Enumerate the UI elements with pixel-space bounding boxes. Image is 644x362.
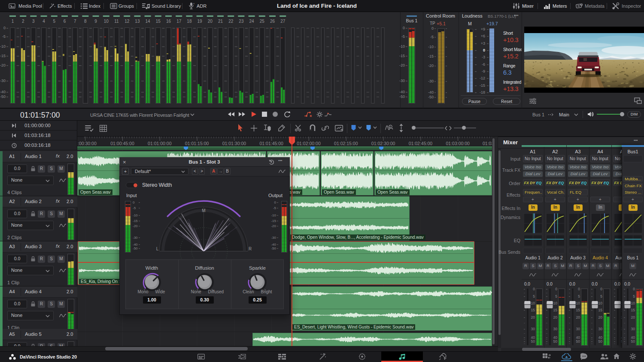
- svg-text:-40: -40: [0, 90, 6, 94]
- svg-text:30: 30: [598, 327, 603, 331]
- svg-text:0: 0: [633, 287, 635, 291]
- svg-text:15: 15: [631, 308, 635, 312]
- svg-text:-15: -15: [399, 54, 405, 58]
- svg-text:20: 20: [598, 315, 603, 319]
- svg-text:0: 0: [533, 287, 535, 291]
- svg-text:15: 15: [553, 308, 558, 312]
- svg-text:-15: -15: [0, 54, 6, 58]
- svg-text:M: M: [202, 208, 205, 213]
- svg-text:-50: -50: [399, 94, 405, 99]
- svg-text:-12: -12: [480, 76, 485, 80]
- svg-text:+3: +3: [481, 41, 485, 46]
- svg-text:5: 5: [555, 294, 557, 298]
- svg-text:0: 0: [3, 26, 6, 30]
- svg-text:10: 10: [531, 301, 535, 305]
- svg-text:-10: -10: [428, 45, 434, 49]
- svg-text:50: 50: [576, 339, 580, 344]
- svg-text:1: 1: [12, 19, 14, 24]
- svg-text:-6: -6: [482, 62, 485, 67]
- svg-text:0: 0: [483, 48, 485, 52]
- svg-text:17: 17: [176, 19, 182, 24]
- svg-text:5: 5: [633, 294, 635, 298]
- svg-text:0: 0: [555, 287, 557, 291]
- svg-text:20: 20: [631, 315, 635, 319]
- svg-text:2: 2: [22, 19, 24, 24]
- svg-text:+6: +6: [481, 34, 485, 38]
- svg-text:-3: -3: [482, 55, 485, 59]
- svg-text:4: 4: [43, 19, 45, 24]
- svg-text:10: 10: [631, 301, 635, 305]
- svg-text:16: 16: [166, 19, 171, 24]
- svg-text:15: 15: [576, 308, 580, 312]
- svg-text:-30: -30: [428, 79, 434, 83]
- svg-text:8: 8: [84, 19, 87, 24]
- svg-text:Bus 1: Bus 1: [406, 18, 418, 23]
- svg-text:10: 10: [576, 301, 580, 305]
- svg-text:3: 3: [32, 19, 35, 24]
- svg-text:27: 27: [280, 19, 286, 24]
- svg-text:L: L: [156, 246, 159, 251]
- svg-text:-18: -18: [480, 90, 485, 94]
- svg-text:12: 12: [125, 19, 130, 24]
- svg-text:50: 50: [631, 339, 635, 344]
- svg-text:-30: -30: [399, 79, 405, 83]
- svg-text:5: 5: [53, 19, 56, 24]
- svg-text:30: 30: [631, 327, 635, 331]
- svg-text:0: 0: [403, 26, 405, 30]
- svg-text:10: 10: [104, 19, 109, 24]
- svg-text:0: 0: [431, 26, 434, 30]
- svg-text:10: 10: [553, 301, 558, 305]
- svg-text:23: 23: [239, 19, 244, 24]
- svg-text:26: 26: [270, 19, 275, 24]
- svg-text:14: 14: [146, 19, 151, 24]
- svg-text:-10: -10: [0, 44, 6, 49]
- svg-text:15: 15: [598, 308, 603, 312]
- svg-text:20: 20: [531, 315, 535, 319]
- svg-text:R: R: [249, 246, 252, 251]
- svg-text:15: 15: [531, 308, 535, 312]
- svg-text:0: 0: [600, 287, 602, 291]
- svg-text:20: 20: [576, 315, 580, 319]
- svg-text:-20: -20: [0, 63, 6, 67]
- svg-text:24: 24: [249, 19, 255, 24]
- svg-text:50: 50: [553, 339, 558, 344]
- svg-text:30: 30: [553, 327, 558, 331]
- svg-text:-40: -40: [428, 90, 434, 94]
- svg-text:+9: +9: [481, 27, 485, 31]
- svg-text:13: 13: [135, 19, 140, 24]
- svg-text:-9: -9: [482, 69, 485, 73]
- svg-text:18: 18: [187, 19, 192, 24]
- svg-text:50: 50: [531, 339, 535, 344]
- svg-text:-10: -10: [399, 44, 405, 49]
- svg-text:0: 0: [578, 287, 580, 291]
- svg-text:-50: -50: [428, 95, 434, 99]
- svg-text:25: 25: [260, 19, 265, 24]
- svg-text:-20: -20: [428, 64, 434, 68]
- svg-text:5: 5: [600, 294, 602, 298]
- svg-text:5: 5: [533, 294, 535, 298]
- svg-text:10: 10: [598, 301, 603, 305]
- svg-text:6: 6: [64, 19, 66, 24]
- svg-text:21: 21: [218, 19, 223, 24]
- svg-text:-20: -20: [399, 63, 405, 67]
- svg-text:9: 9: [94, 19, 97, 24]
- svg-text:-15: -15: [480, 83, 485, 88]
- svg-text:-40: -40: [399, 90, 405, 94]
- svg-text:50: 50: [598, 339, 603, 344]
- svg-text:7: 7: [74, 19, 76, 24]
- svg-text:-5: -5: [401, 34, 405, 39]
- svg-text:-5: -5: [430, 35, 434, 39]
- svg-text:22: 22: [228, 19, 234, 24]
- svg-text:-30: -30: [0, 79, 6, 83]
- svg-text:-50: -50: [0, 94, 6, 99]
- svg-text:20: 20: [208, 19, 213, 24]
- svg-text:15: 15: [156, 19, 161, 24]
- svg-text:-15: -15: [428, 54, 434, 58]
- svg-text:30: 30: [531, 327, 535, 331]
- svg-text:30: 30: [576, 327, 580, 331]
- svg-text:11: 11: [114, 19, 119, 24]
- svg-text:20: 20: [553, 315, 558, 319]
- svg-text:19: 19: [197, 19, 203, 24]
- svg-text:5: 5: [578, 294, 580, 298]
- svg-text:-5: -5: [2, 34, 6, 39]
